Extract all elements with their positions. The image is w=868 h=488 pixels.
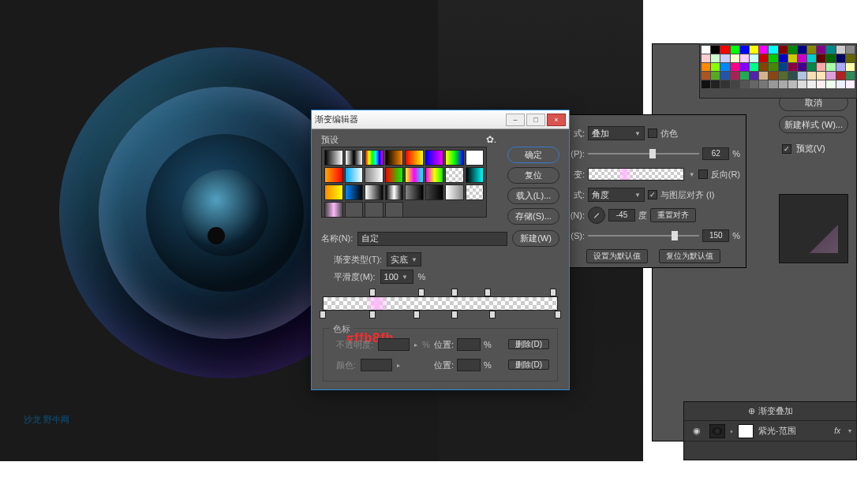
gradient-preset[interactable] [385, 167, 404, 183]
fx-badge[interactable]: fx [834, 427, 840, 435]
color-stop[interactable] [555, 311, 561, 319]
swatch[interactable] [836, 80, 845, 88]
swatch[interactable] [759, 72, 768, 80]
reset-button[interactable]: 复位 [507, 167, 559, 184]
swatch[interactable] [798, 72, 806, 80]
angle-knob[interactable] [588, 207, 605, 224]
swatch[interactable] [817, 72, 825, 80]
blend-mode-select[interactable]: 叠加▼ [588, 126, 645, 140]
gradient-preset[interactable] [324, 167, 343, 183]
opacity-slider[interactable] [588, 148, 699, 159]
swatch[interactable] [750, 54, 758, 62]
gradient-preset[interactable] [425, 184, 444, 200]
reverse-checkbox[interactable] [698, 169, 708, 179]
swatch[interactable] [846, 72, 855, 80]
swatch[interactable] [788, 54, 797, 62]
swatch[interactable] [750, 72, 758, 80]
swatch[interactable] [702, 63, 710, 71]
visibility-eye-icon[interactable]: ◉ [689, 426, 705, 436]
swatch[interactable] [826, 80, 835, 88]
swatch[interactable] [788, 72, 797, 80]
chevron-down-icon[interactable]: ▾ [848, 427, 851, 434]
stop-color-swatch[interactable] [361, 359, 392, 371]
ok-button[interactable]: 确定 [507, 147, 559, 163]
angle-value[interactable]: -45 [608, 209, 635, 222]
swatch[interactable] [826, 54, 835, 62]
swatch[interactable] [807, 46, 816, 54]
maximize-button[interactable]: □ [526, 114, 545, 126]
new-button[interactable]: 新建(W) [512, 230, 559, 247]
color-stop[interactable] [451, 311, 458, 319]
swatch[interactable] [711, 46, 720, 54]
color-stop[interactable] [369, 311, 376, 319]
swatch[interactable] [731, 46, 739, 54]
swatch[interactable] [720, 54, 729, 62]
gradient-preset[interactable] [324, 184, 343, 200]
swatch[interactable] [817, 46, 825, 54]
gradient-ramp[interactable] [323, 289, 558, 319]
gradient-preview[interactable] [588, 168, 684, 181]
swatch[interactable] [731, 80, 739, 88]
swatch[interactable] [702, 72, 710, 80]
swatch[interactable] [769, 54, 777, 62]
swatch[interactable] [779, 72, 788, 80]
align-checkbox[interactable]: ✓ [648, 190, 657, 199]
swatch[interactable] [720, 46, 729, 54]
minimize-button[interactable]: – [506, 114, 525, 126]
swatch[interactable] [779, 80, 788, 88]
swatches-panel[interactable] [699, 43, 857, 99]
color-stop[interactable] [413, 311, 420, 319]
swatch[interactable] [779, 63, 788, 71]
swatch[interactable] [798, 54, 806, 62]
gradient-preset[interactable] [466, 184, 485, 200]
gradient-preset[interactable] [385, 202, 404, 218]
swatch[interactable] [817, 80, 825, 88]
swatch[interactable] [720, 80, 729, 88]
swatch[interactable] [720, 63, 729, 71]
swatch[interactable] [702, 46, 710, 54]
swatch[interactable] [750, 80, 758, 88]
swatch[interactable] [807, 63, 816, 71]
new-style-button[interactable]: 新建样式 (W)... [779, 116, 848, 133]
layer-row[interactable]: ◉ • 紫光-范围 fx ▾ [684, 421, 856, 441]
delete-stop-button[interactable]: 删除(D) [508, 339, 549, 349]
swatch[interactable] [720, 72, 729, 80]
gradient-preset[interactable] [445, 167, 464, 183]
gradient-preset[interactable] [405, 150, 424, 166]
gradient-preset[interactable] [345, 184, 364, 200]
swatch[interactable] [740, 46, 749, 54]
swatch[interactable] [759, 54, 768, 62]
color-stop[interactable] [320, 311, 326, 319]
swatch[interactable] [807, 72, 816, 80]
swatch[interactable] [836, 54, 845, 62]
gradient-preset[interactable] [365, 184, 383, 200]
preview-checkbox[interactable]: ✓ [782, 144, 791, 154]
presets-grid[interactable] [321, 147, 487, 218]
delete-stop-button-2[interactable]: 删除(D) [508, 359, 549, 370]
scale-value[interactable]: 150 [702, 229, 729, 242]
opacity-stop[interactable] [485, 289, 491, 296]
dither-checkbox[interactable] [648, 129, 657, 138]
swatch[interactable] [788, 80, 797, 88]
swatch[interactable] [836, 72, 845, 80]
gradient-preset[interactable] [345, 150, 364, 166]
swatch[interactable] [759, 63, 768, 71]
swatch[interactable] [846, 63, 855, 71]
swatch[interactable] [836, 46, 845, 54]
gradient-preset[interactable] [466, 150, 485, 166]
gradient-preset[interactable] [345, 202, 364, 218]
stop-position-input-2[interactable] [457, 359, 481, 371]
scale-slider[interactable] [588, 230, 699, 241]
swatch[interactable] [846, 46, 855, 54]
swatch[interactable] [817, 63, 825, 71]
swatch[interactable] [798, 63, 806, 71]
opacity-stop[interactable] [418, 289, 425, 296]
gradient-preset[interactable] [324, 202, 343, 218]
close-button[interactable]: × [547, 114, 566, 126]
swatch[interactable] [740, 80, 749, 88]
swatch[interactable] [740, 72, 749, 80]
gradient-preset[interactable] [466, 167, 485, 183]
swatch[interactable] [740, 63, 749, 71]
swatch[interactable] [826, 63, 835, 71]
opacity-value[interactable]: 62 [702, 147, 729, 160]
